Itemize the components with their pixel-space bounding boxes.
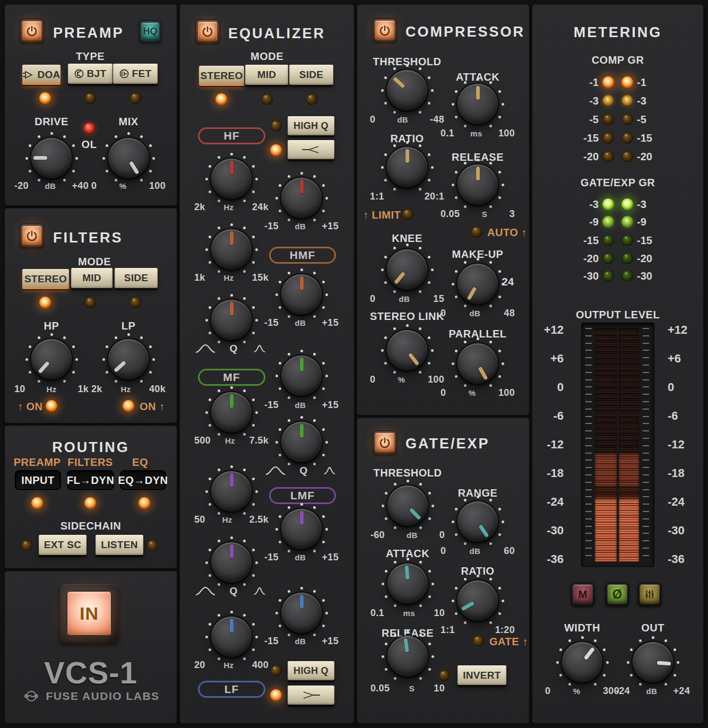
gate-mode-led [472,635,484,647]
drive-knob[interactable] [25,132,78,185]
lmf-gain-knob[interactable] [275,502,328,556]
knob-pointer [479,524,489,538]
listen-button[interactable]: LISTEN [96,535,143,555]
out-knob[interactable] [626,636,679,689]
gate-release-knob[interactable] [381,630,434,683]
mf-gain-knob[interactable] [275,349,328,402]
parallel-knob[interactable] [451,337,504,390]
power-icon [378,24,391,37]
lf-shelf-button[interactable] [288,686,334,705]
mono-button[interactable]: M [571,583,594,606]
comp-attack-scale: 0.1ms100 [441,128,515,139]
limit-label: ↑ LIMIT [363,209,401,221]
filters-power-button[interactable] [20,223,44,248]
mix-knob[interactable] [102,132,155,185]
hmf-freq-knob[interactable] [205,223,258,276]
range-scale: 0dB60 [441,545,515,557]
type-doa-button[interactable]: DOA [22,65,61,85]
mf-q-knob[interactable] [275,415,328,469]
power-icon [378,436,391,449]
eq-mode-mid-button[interactable]: MID [245,65,288,85]
gate-power-button[interactable] [373,430,397,455]
lf-gain-knob[interactable] [275,586,328,639]
comp-release-knob[interactable] [451,158,504,211]
eq-mode-stereo-button[interactable]: STEREO [199,66,244,86]
fet-transistor-icon [119,69,129,79]
comp-threshold-knob[interactable] [381,64,434,117]
hmf-q-knob[interactable] [205,293,258,346]
gate-gr-led-left [602,253,614,264]
hf-shelf-led [270,144,282,156]
lf-freq-knob[interactable] [205,610,258,663]
comp-attack-knob[interactable] [451,77,504,131]
lmf-freq-knob[interactable] [205,465,258,518]
gate-gr-row-3: -15 -15 [532,233,704,248]
knee-scale: 0dB15 [370,293,444,305]
knob-pointer [230,161,234,175]
stereo-link-knob[interactable] [381,324,434,377]
out-scale: -24dB+24 [616,686,690,697]
knob-pointer [129,161,140,175]
eq-power-button[interactable] [195,19,220,44]
channel-setup-button[interactable] [638,583,661,606]
knob-pointer [300,595,304,609]
comp-gr-led-right [621,151,633,162]
comp-gr-led-right [621,76,633,88]
hmf-gain-knob[interactable] [275,268,328,321]
preamp-panel: PREAMP HQ TYPE DOA BJT FET DRIVE OL MIX [4,4,177,206]
routing-preamp-display[interactable]: INPUT [15,470,61,490]
mf-freq-knob[interactable] [205,386,258,439]
preamp-power-button[interactable] [20,19,44,43]
knob-pointer [476,167,480,180]
comp-power-button[interactable] [373,18,397,42]
filters-mode-stereo-button[interactable]: STEREO [22,269,69,289]
eq-mode-side-button[interactable]: SIDE [289,65,333,85]
type-label: TYPE [50,50,130,63]
knob-pointer [33,157,47,160]
routing-eq-display[interactable]: EQ→DYN [120,470,166,490]
invert-button[interactable]: INVERT [457,665,506,685]
hmf-band-pill: HMF [269,247,336,264]
hf-freq-knob[interactable] [205,152,258,205]
knee-knob[interactable] [381,243,434,296]
mf-band-pill: MF [198,369,265,386]
comp-ratio-knob[interactable] [381,141,434,194]
in-button[interactable]: IN [60,584,118,643]
comp-gr-led-right [621,132,633,144]
listen-led [146,540,158,551]
gate-gr-led-right [621,198,633,210]
mf-freq-scale: 500Hz7.5k [194,435,269,446]
ext-sc-button[interactable]: EXT SC [39,535,87,555]
type-bjt-button[interactable]: BJT [68,64,113,84]
type-fet-button[interactable]: FET [113,64,158,84]
hf-highq-button[interactable]: HIGH Q [288,116,334,135]
knob-pointer [300,511,304,525]
routing-filters-display[interactable]: FL→DYN [67,470,114,490]
gate-threshold-knob[interactable] [381,479,434,532]
gate-gr-row-2: -9 -9 [532,214,704,229]
gate-mode-label: GATE ↑ [489,636,528,648]
hp-knob[interactable] [25,333,78,386]
power-icon [25,24,38,37]
range-knob[interactable] [451,495,504,548]
width-knob[interactable] [556,636,609,689]
gate-ratio-knob[interactable] [451,574,504,627]
gate-exp-panel: GATE/EXP THRESHOLD -60dB0 RANGE 0dB60 AT… [357,418,530,724]
gate-release-scale: 0.05S10 [370,683,445,694]
gate-gr-led-right [621,270,633,282]
knob-pointer [114,361,126,373]
mf-q-scale: Q [264,465,339,476]
lmf-q-knob[interactable] [205,536,258,589]
lp-knob[interactable] [102,333,155,386]
knob-pointer [394,272,405,284]
lf-highq-button[interactable]: HIGH Q [288,661,334,680]
logo-panel: IN VCS-1 FUSE AUDIO LABS [4,571,177,724]
hf-shelf-button[interactable] [288,140,334,159]
gate-attack-knob[interactable] [381,557,434,610]
routing-title: ROUTING [4,439,177,456]
filters-mode-mid-button[interactable]: MID [71,268,113,288]
hf-gain-knob[interactable] [275,171,328,224]
filters-mode-side-button[interactable]: SIDE [115,268,158,288]
phase-button[interactable]: Ø [606,583,629,606]
hq-button[interactable]: HQ [139,20,161,42]
